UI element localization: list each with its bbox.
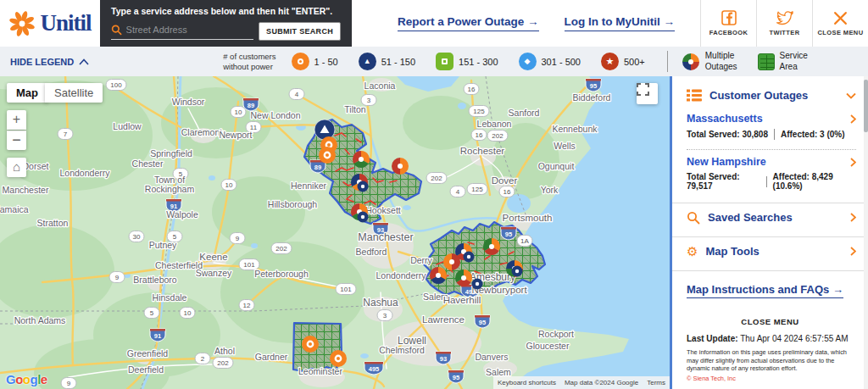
gear-icon: ⚙	[687, 245, 698, 258]
scrollbar-thumb[interactable]	[864, 80, 868, 132]
chevron-down-icon	[846, 92, 856, 99]
interstate-shield: 95	[586, 79, 601, 92]
town-label: Walpole	[166, 209, 198, 220]
zoom-in-button[interactable]: +	[7, 110, 26, 130]
map-view-button[interactable]: Map	[7, 83, 47, 103]
svg-text:202: 202	[217, 359, 229, 367]
svg-text:202: 202	[275, 245, 287, 253]
region-massachusetts[interactable]: Massachusetts Total Served: 30,808 Affec…	[672, 109, 868, 147]
service-area-icon	[758, 53, 775, 70]
town-label: Hooksett	[365, 205, 401, 215]
map-instructions-link[interactable]: Map Instructions and FAQs →	[687, 283, 843, 298]
town-label: Londonderry	[376, 270, 427, 281]
facebook-button[interactable]: FACEBOOK	[700, 0, 756, 47]
outage-marker-pie[interactable]	[430, 267, 447, 284]
reset-view-button[interactable]: ⌂	[7, 158, 26, 177]
zoom-out-button[interactable]: −	[7, 131, 26, 150]
svg-text:95: 95	[505, 231, 512, 238]
outage-marker-navy-dot[interactable]	[464, 252, 475, 263]
town-label: Nashua	[363, 297, 398, 308]
close-menu-button[interactable]: CLOSE MENU	[812, 0, 868, 47]
town-label: Rockingham	[145, 184, 195, 194]
outage-51-150-icon: ▲	[359, 53, 376, 70]
facebook-icon	[721, 10, 737, 25]
town-label: Sanford	[509, 108, 540, 118]
town-label: Springfield	[150, 148, 192, 158]
map-tools-row[interactable]: ⚙ Map Tools	[672, 237, 868, 265]
report-outage-link[interactable]: Report a Power Outage →	[398, 15, 539, 31]
outage-marker-navy-triangle[interactable]	[314, 119, 335, 140]
town-label: Lawrence	[422, 314, 465, 325]
submit-search-button[interactable]: SUBMIT SEARCH	[259, 22, 341, 41]
keyboard-shortcuts-link[interactable]: Keyboard shortcuts	[493, 376, 560, 389]
map-tools-label: Map Tools	[705, 245, 850, 258]
outage-marker-pie[interactable]	[443, 253, 460, 270]
outage-marker-orange[interactable]	[302, 336, 319, 353]
town-label: Dorset	[23, 161, 49, 171]
copyright-text: © Siena Tech, Inc	[687, 375, 858, 382]
outage-map[interactable]: 1004101173510161251620220241251630592021…	[0, 76, 670, 389]
town-label: Londonderry	[60, 168, 111, 178]
saved-searches-row[interactable]: Saved Searches	[672, 203, 868, 231]
outage-marker-orange[interactable]	[330, 350, 347, 367]
svg-text:10: 10	[184, 309, 192, 317]
login-myunitil-link[interactable]: Log In to MyUnitil →	[565, 15, 676, 31]
town-label: Biddeford	[573, 92, 611, 103]
svg-text:93: 93	[440, 355, 447, 363]
customer-outages-header[interactable]: Customer Outages	[672, 81, 868, 109]
svg-text:12: 12	[243, 302, 251, 309]
unitil-logo[interactable]: Unitil	[0, 0, 100, 47]
outage-marker-pie[interactable]	[392, 158, 409, 175]
google-logo: Google	[6, 372, 47, 386]
outage-marker-pie[interactable]	[353, 151, 370, 168]
interstate-shield: 495	[364, 362, 383, 375]
street-address-input[interactable]	[126, 25, 254, 35]
interstate-shield: 93	[436, 352, 451, 364]
sidebar-close-menu-button[interactable]: CLOSE MENU	[672, 317, 868, 326]
divider	[687, 149, 856, 150]
svg-text:495: 495	[369, 365, 380, 373]
fullscreen-button[interactable]	[637, 83, 658, 104]
town-label: Brattleboro	[133, 275, 177, 285]
terms-link[interactable]: Terms	[643, 376, 670, 389]
svg-text:202: 202	[431, 175, 442, 182]
fullscreen-icon	[637, 83, 649, 96]
legend-divider	[667, 51, 668, 72]
route-shield: 202	[213, 358, 233, 369]
route-shield: 9	[109, 272, 125, 283]
svg-text:10: 10	[235, 108, 242, 116]
route-shield: 7	[58, 129, 73, 140]
hide-legend-toggle[interactable]: HIDE LEGEND	[10, 57, 89, 67]
route-shield: 9	[61, 378, 76, 389]
legend-bar: HIDE LEGEND # of customers without power…	[0, 47, 868, 76]
svg-text:30: 30	[133, 233, 141, 241]
outage-marker-navy-dot[interactable]	[512, 266, 523, 277]
town-label: Swanzey	[196, 268, 232, 278]
town-label: North Adams	[14, 315, 66, 325]
town-label: Rockport	[538, 329, 574, 339]
svg-text:101: 101	[243, 261, 255, 269]
outage-marker-pie[interactable]	[483, 238, 500, 255]
arrow-icon: →	[664, 15, 676, 28]
satellite-view-button[interactable]: Satellite	[45, 83, 103, 103]
legend-item-1-50: 1 - 50	[292, 53, 338, 70]
outage-marker-orange[interactable]	[319, 147, 336, 164]
outage-marker-pie[interactable]	[455, 270, 472, 286]
town-label: Jamaica	[0, 204, 29, 214]
outage-marker-navy-dot[interactable]	[472, 279, 483, 290]
town-label: Lebanon	[477, 119, 512, 129]
town-label: Stratton	[37, 218, 69, 228]
disclaimer-text: The information on this page uses prelim…	[687, 348, 858, 373]
route-shield: 125	[469, 106, 489, 117]
twitter-button[interactable]: TWITTER	[756, 0, 812, 47]
region-new-hampshire[interactable]: New Hampshire Total Served: 79,517 Affec…	[672, 153, 868, 197]
address-search-panel: Type a service address below and then hi…	[100, 0, 352, 47]
sidebar-scrollbar[interactable]	[864, 76, 868, 389]
town-label: Laconia	[364, 81, 396, 91]
outage-marker-navy-dot[interactable]	[358, 212, 369, 223]
outage-marker-navy-dot[interactable]	[358, 181, 369, 192]
svg-text:125: 125	[473, 108, 485, 115]
twitter-label: TWITTER	[769, 29, 799, 36]
interstate-shield: 95	[475, 315, 490, 328]
facebook-label: FACEBOOK	[709, 29, 748, 36]
